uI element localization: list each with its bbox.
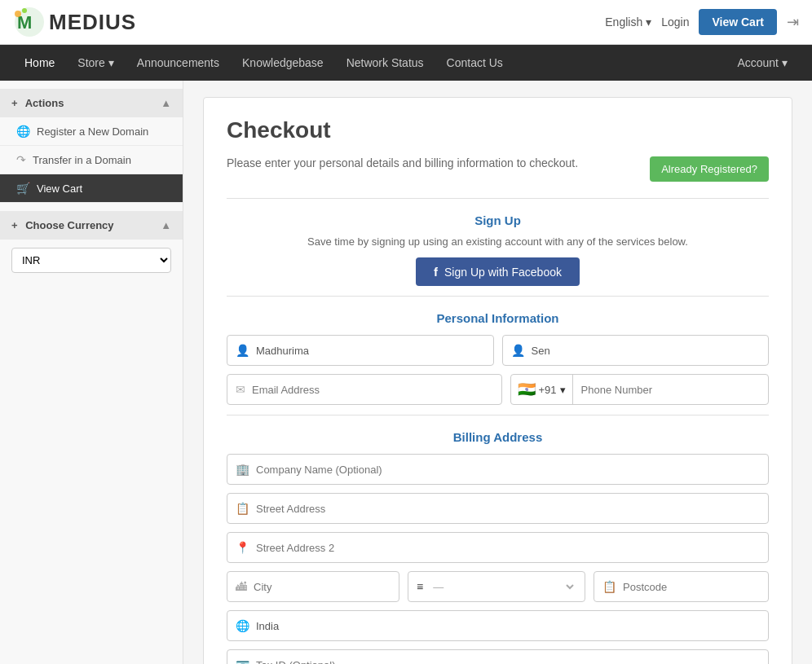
top-bar-right: English ▾ Login View Cart ⇥ <box>605 9 799 35</box>
nav-account[interactable]: Account ▾ <box>726 45 799 81</box>
facebook-signup-button[interactable]: f Sign Up with Facebook <box>416 257 580 286</box>
nav-announcements[interactable]: Announcements <box>126 45 231 81</box>
street-row: 📋 <box>227 493 769 524</box>
logout-icon[interactable]: ⇥ <box>787 13 799 31</box>
city-field: 🏙 <box>227 571 399 602</box>
last-name-field: 👤 <box>502 335 770 366</box>
divider <box>227 415 769 416</box>
main-layout: + Actions ▲ 🌐 Register a New Domain ↷ Tr… <box>0 81 812 664</box>
cart-icon: 🛒 <box>16 182 30 195</box>
email-field: ✉ <box>227 374 502 405</box>
last-name-input[interactable] <box>532 345 761 357</box>
personal-info-title: Personal Information <box>227 311 769 325</box>
taxid-row: 🪪 <box>227 649 769 664</box>
signup-desc: Save time by signing up using an existin… <box>227 235 769 248</box>
location-icon: 📍 <box>236 541 249 554</box>
first-name-input[interactable] <box>256 345 485 357</box>
chevron-down-icon: ▾ <box>782 56 788 69</box>
city-input[interactable] <box>254 581 391 593</box>
globe-icon: 🌐 <box>16 125 30 138</box>
currency-body: INR USD EUR GBP <box>0 240 183 281</box>
billing-address-title: Billing Address <box>227 430 769 444</box>
signup-section: Sign Up Save time by signing up using an… <box>227 213 769 286</box>
phone-prefix[interactable]: 🇮🇳 +91 ▾ <box>511 375 573 404</box>
plus-icon: + <box>11 219 18 231</box>
nav-bar: Home Store ▾ Announcements Knowledgebase… <box>0 45 812 81</box>
language-label: English <box>605 15 642 29</box>
map-icon: 📋 <box>236 502 249 515</box>
user-icon: 👤 <box>511 344 525 357</box>
checkout-container: Checkout Please enter your personal deta… <box>203 97 792 664</box>
postcode-input[interactable] <box>623 581 760 593</box>
sidebar-actions-header[interactable]: + Actions ▲ <box>0 89 183 117</box>
globe-icon: 🌐 <box>236 619 249 632</box>
logo: M MEDIUS <box>13 6 136 38</box>
postcode-icon: 📋 <box>602 580 616 593</box>
city-state-row: 🏙 ≡ — 📋 <box>227 571 769 602</box>
plus-icon: + <box>11 97 18 109</box>
nav-contact-us[interactable]: Contact Us <box>435 45 514 81</box>
phone-input[interactable] <box>573 384 768 396</box>
already-registered-button[interactable]: Already Registered? <box>650 156 769 182</box>
user-icon: 👤 <box>236 344 249 357</box>
billing-address-section: Billing Address 🏢 📋 📍 <box>227 430 769 664</box>
street2-input[interactable] <box>256 542 760 554</box>
divider <box>227 296 769 297</box>
nav-store[interactable]: Store ▾ <box>66 45 125 81</box>
building-icon: 🏢 <box>236 463 249 476</box>
transfer-icon: ↷ <box>16 153 26 166</box>
signup-title: Sign Up <box>227 213 769 227</box>
divider <box>227 198 769 199</box>
country-field: 🌐 <box>227 610 769 641</box>
sidebar-actions-section: + Actions ▲ 🌐 Register a New Domain ↷ Tr… <box>0 89 183 203</box>
currency-select[interactable]: INR USD EUR GBP <box>11 248 171 273</box>
logo-icon: M <box>13 6 46 38</box>
sidebar-item-transfer-domain[interactable]: ↷ Transfer in a Domain <box>0 146 183 174</box>
personal-info-section: Personal Information 👤 👤 ✉ <box>227 311 769 405</box>
login-button[interactable]: Login <box>661 15 689 29</box>
street-input[interactable] <box>256 503 760 515</box>
taxid-field: 🪪 <box>227 649 769 664</box>
email-icon: ✉ <box>236 383 245 396</box>
postcode-field: 📋 <box>594 571 769 602</box>
state-select[interactable]: — <box>430 580 576 594</box>
sidebar-currency-section: + Choose Currency ▲ INR USD EUR GBP <box>0 211 183 281</box>
svg-point-3 <box>22 8 27 13</box>
checkout-title: Checkout <box>227 117 769 143</box>
company-row: 🏢 <box>227 454 769 485</box>
chevron-up-icon: ▲ <box>161 97 171 109</box>
sidebar-item-register-domain[interactable]: 🌐 Register a New Domain <box>0 117 183 146</box>
taxid-input[interactable] <box>256 659 760 665</box>
chevron-down-icon: ▾ <box>108 56 114 69</box>
state-icon: ≡ <box>417 580 423 593</box>
street2-field: 📍 <box>227 532 769 563</box>
nav-home[interactable]: Home <box>13 45 66 81</box>
nav-knowledgebase[interactable]: Knowledgebase <box>231 45 335 81</box>
company-input[interactable] <box>256 464 760 476</box>
svg-point-2 <box>15 11 21 17</box>
first-name-field: 👤 <box>227 335 494 366</box>
logo-text: MEDIUS <box>49 10 136 35</box>
checkout-description: Please enter your personal details and b… <box>227 156 578 169</box>
id-icon: 🪪 <box>236 658 249 664</box>
facebook-icon: f <box>434 265 438 279</box>
contact-row: ✉ 🇮🇳 +91 ▾ <box>227 374 769 405</box>
chevron-down-icon: ▾ <box>646 15 651 29</box>
chevron-up-icon: ▲ <box>161 219 171 231</box>
nav-network-status[interactable]: Network Status <box>335 45 435 81</box>
india-flag: 🇮🇳 <box>518 380 536 398</box>
sidebar-item-view-cart[interactable]: 🛒 View Cart <box>0 174 183 203</box>
city-icon: 🏙 <box>236 580 247 593</box>
state-field: ≡ — <box>408 571 585 602</box>
phone-prefix-text: +91 <box>539 384 557 396</box>
email-input[interactable] <box>252 384 493 396</box>
sidebar-currency-header[interactable]: + Choose Currency ▲ <box>0 211 183 240</box>
phone-field: 🇮🇳 +91 ▾ <box>510 374 770 405</box>
language-button[interactable]: English ▾ <box>605 15 651 29</box>
checkout-header: Please enter your personal details and b… <box>227 156 769 182</box>
name-row: 👤 👤 <box>227 335 769 366</box>
top-view-cart-button[interactable]: View Cart <box>699 9 777 35</box>
country-input[interactable] <box>256 620 760 632</box>
main-content: Checkout Please enter your personal deta… <box>183 81 812 664</box>
sidebar: + Actions ▲ 🌐 Register a New Domain ↷ Tr… <box>0 81 183 664</box>
